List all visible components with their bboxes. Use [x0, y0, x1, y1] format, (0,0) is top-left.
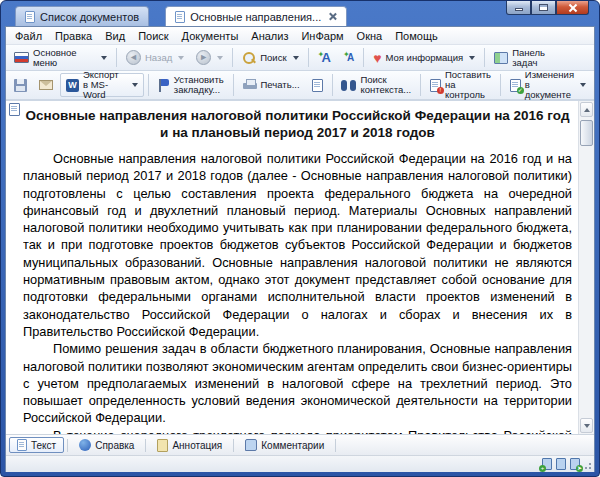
maximize-button[interactable] — [531, 1, 556, 15]
document-changes-button[interactable]: ✓ Изменения в документе — [504, 72, 592, 98]
font-decrease-button[interactable]: ✦A — [337, 46, 360, 69]
text-view-icon — [17, 439, 27, 451]
menu-inpharm[interactable]: ИнФарм — [295, 29, 349, 43]
bookmark-flag-icon — [158, 79, 170, 92]
tab-separator — [67, 439, 68, 452]
printer-icon — [243, 79, 257, 91]
minimize-button[interactable] — [506, 1, 531, 15]
window-chrome: Файл Правка Вид Поиск Документы Анализ И… — [5, 26, 595, 472]
back-button[interactable]: ◄ Назад — [120, 46, 190, 69]
next-document-icon[interactable]: ➤ — [570, 458, 580, 470]
check-badge-icon: ✓ — [517, 87, 524, 94]
tab-text-label: Текст — [31, 440, 56, 451]
document-title: Основные направления налоговой политики … — [23, 107, 572, 141]
scrollbar-thumb[interactable] — [580, 120, 593, 146]
maximize-icon — [539, 4, 548, 11]
tab-annotation-label: Аннотация — [172, 440, 222, 451]
arrow-up-icon — [584, 108, 590, 112]
document-icon — [175, 11, 185, 23]
tab-separator — [335, 439, 336, 452]
quick-print-button[interactable] — [306, 72, 329, 98]
main-toolbar: Основное меню ◄ Назад ► Поиск ✦A — [6, 45, 594, 71]
task-panel-icon — [494, 52, 508, 64]
my-information-button[interactable]: ♥ Моя информация — [367, 46, 481, 69]
menu-help[interactable]: Помощь — [389, 29, 444, 43]
document-paragraph: Помимо решения задач в области бюджетног… — [23, 340, 572, 426]
menu-file[interactable]: Файл — [9, 29, 48, 43]
add-document-icon[interactable]: + — [542, 458, 552, 470]
scroll-down-button[interactable] — [580, 418, 593, 433]
toolbar-separator — [500, 74, 501, 96]
heart-icon: ♥ — [373, 52, 381, 64]
menu-edit[interactable]: Правка — [49, 29, 98, 43]
document-tabstrip: Список документов Основные направления..… — [5, 1, 595, 26]
annotation-icon — [157, 439, 168, 452]
main-menu-button[interactable]: Основное меню — [8, 46, 113, 69]
document-text-pane[interactable]: Основные направления налоговой политики … — [23, 101, 578, 434]
menu-search[interactable]: Поиск — [132, 29, 174, 43]
tab-document-list[interactable]: Список документов — [15, 6, 149, 26]
window-controls — [506, 1, 589, 15]
russian-flag-icon — [14, 52, 29, 63]
tab-label: Список документов — [40, 11, 139, 23]
app-window: Список документов Основные направления..… — [0, 0, 600, 477]
document-paragraph: Основные направления налоговой политики … — [23, 150, 572, 340]
menu-analysis[interactable]: Анализ — [245, 29, 294, 43]
context-search-label: Поиск контекста... — [360, 75, 411, 95]
tab-current-document[interactable]: Основные направления... — [165, 6, 347, 26]
comments-icon — [245, 439, 257, 451]
task-panel-button[interactable]: Панель задач — [488, 46, 558, 69]
document-paragraph: В течение очередного трехлетнего периода… — [23, 427, 572, 434]
alert-badge-icon: ! — [437, 87, 444, 94]
reference-icon — [79, 439, 91, 451]
plus-badge-icon: + — [539, 465, 546, 472]
search-icon — [242, 51, 256, 65]
export-word-label: Экспорт в MS-Word — [83, 70, 126, 100]
forward-button[interactable]: ► — [190, 46, 229, 69]
tab-comments[interactable]: Комментарии — [237, 437, 332, 453]
vertical-scrollbar[interactable] — [578, 101, 594, 434]
put-on-control-button[interactable]: ! Поставить на контроль — [424, 72, 497, 98]
font-increase-button[interactable]: ✦A — [312, 46, 337, 69]
my-info-label: Моя информация — [386, 53, 464, 63]
context-search-button[interactable]: Поиск контекста... — [335, 72, 417, 98]
send-mail-button[interactable] — [33, 72, 59, 98]
document-marker-icon[interactable] — [9, 103, 20, 116]
export-word-button[interactable]: W Экспорт в MS-Word — [60, 73, 144, 97]
close-button[interactable] — [556, 1, 589, 15]
forward-arrow-icon: ► — [196, 50, 211, 65]
scrollbar-track[interactable] — [579, 118, 594, 417]
status-bar: + ➤ — [6, 455, 594, 472]
document-icon — [25, 11, 35, 23]
chevron-down-icon — [217, 56, 223, 60]
minimize-icon — [515, 8, 523, 11]
search-button[interactable]: Поиск — [236, 46, 304, 69]
tab-reference[interactable]: Справка — [71, 437, 142, 453]
arrow-down-icon — [584, 424, 590, 428]
menu-view[interactable]: Вид — [99, 29, 131, 43]
toolbar-separator — [420, 74, 421, 96]
changes-document-icon: ✓ — [510, 79, 521, 92]
save-icon — [14, 79, 27, 92]
tab-close-icon[interactable] — [328, 12, 337, 21]
font-increase-icon: ✦A — [318, 53, 331, 63]
set-bookmark-button[interactable]: Установить закладку... — [152, 72, 230, 98]
scroll-up-button[interactable] — [580, 102, 593, 117]
tab-separator — [145, 439, 146, 452]
save-button[interactable] — [8, 72, 33, 98]
tab-annotation[interactable]: Аннотация — [149, 437, 230, 454]
chevron-down-icon — [132, 83, 138, 87]
menu-windows[interactable]: Окна — [351, 29, 389, 43]
menu-documents[interactable]: Документы — [176, 29, 245, 43]
binoculars-icon — [341, 80, 356, 91]
resize-grip[interactable] — [582, 460, 592, 470]
back-label: Назад — [145, 53, 172, 63]
document-icon[interactable] — [556, 458, 566, 470]
toolbar-separator — [232, 48, 233, 67]
print-button[interactable]: Печать... — [237, 72, 306, 98]
tab-text[interactable]: Текст — [9, 437, 64, 453]
task-panel-label: Панель задач — [512, 48, 552, 68]
document-toolbar: W Экспорт в MS-Word Установить закладку.… — [6, 71, 594, 100]
menu-bar: Файл Правка Вид Поиск Документы Анализ И… — [6, 27, 594, 45]
main-menu-label: Основное меню — [33, 48, 95, 68]
